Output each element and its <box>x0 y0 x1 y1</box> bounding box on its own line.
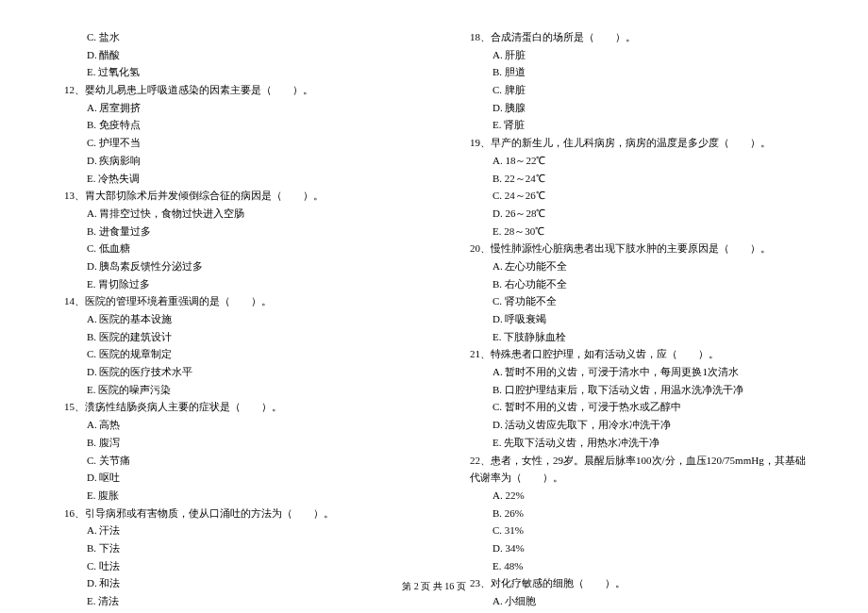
q20-option-c: C. 肾功能不全 <box>462 292 811 310</box>
q12-text: 婴幼儿易患上呼吸道感染的因素主要是（ ）。 <box>85 84 313 95</box>
q15-option-e: E. 腹胀 <box>57 487 406 505</box>
q12-option-a: A. 居室拥挤 <box>57 99 406 117</box>
q12-option-b: B. 免疫特点 <box>57 116 406 134</box>
q21-number: 21、 <box>470 348 491 359</box>
q16-number: 16、 <box>64 507 85 519</box>
q20-option-b: B. 右心功能不全 <box>462 275 811 293</box>
q21-option-b: B. 口腔护理结束后，取下活动义齿，用温水洗净洗干净 <box>462 381 811 399</box>
q22: 22、患者，女性，29岁。晨醒后脉率100次/分，血压120/75mmHg，其基… <box>462 452 811 487</box>
left-column: C. 盐水 D. 醋酸 E. 过氧化氢 12、婴幼儿易患上呼吸道感染的因素主要是… <box>57 28 406 547</box>
q18-option-d: D. 胰腺 <box>462 99 811 117</box>
q16-option-c: C. 吐法 <box>57 557 406 575</box>
q11-option-d: D. 醋酸 <box>57 46 406 64</box>
q14-option-a: A. 医院的基本设施 <box>57 310 406 328</box>
q11-option-c: C. 盐水 <box>57 28 406 46</box>
q20: 20、慢性肺源性心脏病患者出现下肢水肿的主要原因是（ ）。 <box>462 240 811 257</box>
q15: 15、溃疡性结肠炎病人主要的症状是（ ）。 <box>57 398 406 416</box>
q13-option-c: C. 低血糖 <box>57 240 406 257</box>
q20-option-a: A. 左心功能不全 <box>462 257 811 275</box>
q20-text: 慢性肺源性心脏病患者出现下肢水肿的主要原因是（ ）。 <box>491 242 771 254</box>
q21: 21、特殊患者口腔护理，如有活动义齿，应（ ）。 <box>462 345 811 363</box>
q19-option-b: B. 22～24℃ <box>462 170 811 188</box>
q15-text: 溃疡性结肠炎病人主要的症状是（ ）。 <box>85 401 282 412</box>
q14-option-e: E. 医院的噪声污染 <box>57 381 406 399</box>
q18-option-c: C. 脾脏 <box>462 81 811 99</box>
q14-option-d: D. 医院的医疗技术水平 <box>57 363 406 381</box>
q22-option-e: E. 48% <box>462 557 811 575</box>
q16-text: 引导病邪或有害物质，使从口涌吐的方法为（ ）。 <box>85 507 334 519</box>
q16: 16、引导病邪或有害物质，使从口涌吐的方法为（ ）。 <box>57 505 406 522</box>
q15-number: 15、 <box>64 401 85 412</box>
q16-option-e: E. 清法 <box>57 592 406 610</box>
page-footer: 第 2 页 共 16 页 <box>0 578 868 594</box>
right-column: 18、合成清蛋白的场所是（ ）。 A. 肝脏 B. 胆道 C. 脾脏 D. 胰腺… <box>462 28 811 547</box>
q12-option-c: C. 护理不当 <box>57 134 406 152</box>
q19-number: 19、 <box>470 137 491 148</box>
q20-number: 20、 <box>470 242 491 254</box>
q16-option-a: A. 汗法 <box>57 522 406 539</box>
q11-option-e: E. 过氧化氢 <box>57 63 406 81</box>
q13-number: 13、 <box>64 190 85 201</box>
q19-option-c: C. 24～26℃ <box>462 187 811 205</box>
q18-option-a: A. 肝脏 <box>462 46 811 64</box>
q18: 18、合成清蛋白的场所是（ ）。 <box>462 28 811 46</box>
q20-option-d: D. 呼吸衰竭 <box>462 310 811 328</box>
q18-text: 合成清蛋白的场所是（ ）。 <box>491 31 636 42</box>
q22-number: 22、 <box>470 455 491 466</box>
q22-option-c: C. 31% <box>462 522 811 539</box>
q14: 14、医院的管理环境着重强调的是（ ）。 <box>57 292 406 310</box>
q19-option-d: D. 26～28℃ <box>462 205 811 223</box>
q20-option-e: E. 下肢静脉血栓 <box>462 328 811 346</box>
q12-number: 12、 <box>64 84 85 95</box>
q13: 13、胃大部切除术后并发倾倒综合征的病因是（ ）。 <box>57 187 406 205</box>
q18-number: 18、 <box>470 31 491 42</box>
q12: 12、婴幼儿易患上呼吸道感染的因素主要是（ ）。 <box>57 81 406 99</box>
content-columns: C. 盐水 D. 醋酸 E. 过氧化氢 12、婴幼儿易患上呼吸道感染的因素主要是… <box>57 28 811 547</box>
q19-option-e: E. 28～30℃ <box>462 223 811 240</box>
q15-option-d: D. 呕吐 <box>57 469 406 487</box>
q14-option-b: B. 医院的建筑设计 <box>57 328 406 346</box>
q21-option-c: C. 暂时不用的义齿，可浸于热水或乙醇中 <box>462 398 811 416</box>
q22-option-b: B. 26% <box>462 505 811 522</box>
q21-option-e: E. 先取下活动义齿，用热水冲洗干净 <box>462 434 811 452</box>
q12-option-d: D. 疾病影响 <box>57 152 406 170</box>
q13-option-e: E. 胃切除过多 <box>57 275 406 293</box>
q15-option-b: B. 腹泻 <box>57 434 406 452</box>
q14-text: 医院的管理环境着重强调的是（ ）。 <box>85 295 272 306</box>
q15-option-a: A. 高热 <box>57 416 406 434</box>
q22-text: 患者，女性，29岁。晨醒后脉率100次/分，血压120/75mmHg，其基础代谢… <box>470 455 806 484</box>
q21-text: 特殊患者口腔护理，如有活动义齿，应（ ）。 <box>491 348 719 359</box>
q14-number: 14、 <box>64 295 85 306</box>
q12-option-e: E. 冷热失调 <box>57 170 406 188</box>
q19-text: 早产的新生儿，住儿科病房，病房的温度是多少度（ ）。 <box>491 137 771 148</box>
q15-option-c: C. 关节痛 <box>57 452 406 470</box>
q13-option-b: B. 进食量过多 <box>57 223 406 240</box>
q21-option-a: A. 暂时不用的义齿，可浸于清水中，每周更换1次清水 <box>462 363 811 381</box>
q16-option-b: B. 下法 <box>57 539 406 557</box>
q13-text: 胃大部切除术后并发倾倒综合征的病因是（ ）。 <box>85 190 324 201</box>
q22-option-a: A. 22% <box>462 487 811 505</box>
q18-option-b: B. 胆道 <box>462 63 811 81</box>
q13-option-a: A. 胃排空过快，食物过快进入空肠 <box>57 205 406 223</box>
q23-option-a: A. 小细胞 <box>462 592 811 610</box>
q21-option-d: D. 活动义齿应先取下，用冷水冲洗干净 <box>462 416 811 434</box>
q19-option-a: A. 18～22℃ <box>462 152 811 170</box>
q18-option-e: E. 肾脏 <box>462 116 811 134</box>
q14-option-c: C. 医院的规章制定 <box>57 345 406 363</box>
q22-option-d: D. 34% <box>462 539 811 557</box>
q19: 19、早产的新生儿，住儿科病房，病房的温度是多少度（ ）。 <box>462 134 811 152</box>
q13-option-d: D. 胰岛素反馈性分泌过多 <box>57 257 406 275</box>
